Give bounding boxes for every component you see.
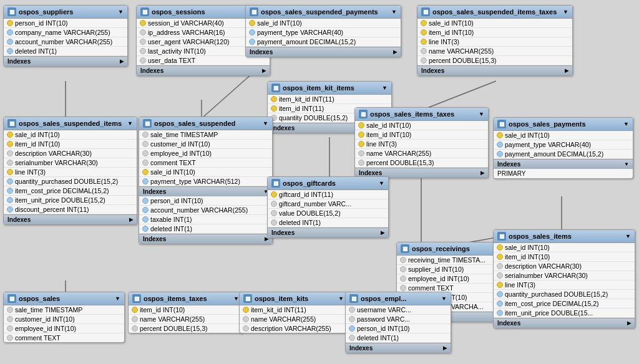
table-header-item-kits[interactable]: ▦ ospos_item_kits ▼	[240, 292, 348, 305]
indexes-bar[interactable]: Indexes▶	[494, 318, 635, 328]
table-ospos-sales-suspended-items-taxes: ▦ ospos_sales_suspended_items_taxes ▼ sa…	[417, 5, 573, 76]
table-header-suspended-payments[interactable]: ▦ ospos_sales_suspended_payments ▼	[246, 6, 401, 19]
table-header-item-kit-items[interactable]: ▦ ospos_item_kit_items ▼	[268, 82, 391, 95]
field-row: comment TEXT	[139, 158, 272, 168]
field-icon	[132, 325, 138, 332]
fk-icon	[142, 178, 149, 184]
indexes-bar[interactable]: Indexes▶	[417, 65, 572, 75]
table-title: ospos_sales_suspended_items	[19, 120, 122, 127]
field-row: percent DOUBLE(15,3)	[355, 158, 488, 168]
table-header-sales-payments[interactable]: ▦ ospos_sales_payments ▼	[494, 118, 633, 131]
table-icon: ▦	[7, 294, 16, 303]
field-row: employee_id INT(10)	[4, 324, 124, 333]
pk-icon	[358, 132, 364, 138]
indexes-arrow: ▶	[129, 217, 133, 223]
table-icon: ▦	[7, 7, 16, 16]
pk-icon	[7, 132, 13, 138]
indexes-bar[interactable]: Indexes▶	[346, 343, 451, 353]
expand-icon[interactable]: ▼	[382, 85, 388, 91]
field-row: customer_id INT(10)	[139, 140, 272, 149]
table-icon: ▦	[140, 7, 149, 16]
indexes-bar[interactable]: Indexes▶	[137, 65, 270, 75]
expand-icon[interactable]: ▼	[479, 111, 484, 117]
indexes-bar[interactable]: Indexes▶	[246, 47, 401, 57]
field-row: sale_id INT(10)	[494, 131, 633, 140]
field-row: quantity_purchased DOUBLE(15,2)	[494, 290, 635, 299]
indexes-bar-bottom[interactable]: Indexes▶	[139, 234, 272, 244]
field-row: comment TEXT	[4, 333, 124, 342]
pk-icon	[421, 29, 427, 36]
field-row: line INT(3)	[494, 280, 635, 290]
table-header-suspended-items[interactable]: ▦ ospos_sales_suspended_items ▼	[4, 117, 137, 130]
expand-icon[interactable]: ▼	[441, 295, 447, 302]
indexes-bar[interactable]: Indexes▶	[4, 214, 137, 224]
pk-icon	[271, 105, 277, 112]
field-row: item_cost_price DECIMAL(15,2)	[494, 299, 635, 309]
indexes-bar[interactable]: Indexes▶	[268, 228, 388, 237]
pk-icon	[249, 20, 255, 26]
svg-line-3	[424, 81, 496, 109]
indexes-bar[interactable]: Indexes▶	[4, 56, 127, 66]
field-icon	[271, 219, 277, 226]
field-row: sale_time TIMESTAMP	[139, 130, 272, 140]
database-canvas: ▦ ospos_suppliers ▼ person_id INT(10) co…	[0, 0, 639, 364]
table-icon: ▦	[349, 294, 358, 303]
table-header-employees[interactable]: ▦ ospos_empl... ▼	[346, 292, 451, 305]
field-icon	[7, 307, 13, 313]
fk-icon	[142, 216, 149, 223]
table-icon: ▦	[359, 110, 368, 118]
indexes-bar[interactable]: Indexes▼	[139, 186, 272, 196]
expand-icon[interactable]: ▼	[391, 9, 397, 15]
field-icon	[142, 141, 149, 147]
field-icon	[7, 150, 13, 156]
table-icon: ▦	[497, 232, 506, 241]
expand-icon[interactable]: ▼	[625, 233, 631, 239]
fk-icon	[142, 207, 149, 213]
field-row: sale_id INT(10)	[417, 19, 572, 28]
field-icon	[132, 316, 138, 322]
field-icon	[271, 201, 277, 207]
expand-icon[interactable]: ▼	[127, 120, 133, 127]
field-icon	[7, 335, 13, 341]
field-row: item_cost_price DECIMAL(15,2)	[4, 186, 137, 196]
expand-icon[interactable]: ▼	[115, 295, 120, 302]
table-header-items-taxes[interactable]: ▦ ospos_items_taxes ▼	[129, 292, 243, 305]
field-row: sale_time TIMESTAMP	[4, 305, 124, 315]
expand-icon[interactable]: ▼	[379, 180, 384, 186]
indexes-arrow: ▶	[120, 59, 124, 64]
field-row: line INT(3)	[4, 168, 137, 177]
field-icon	[400, 266, 406, 272]
fk-icon	[497, 310, 503, 316]
field-row: giftcard_id INT(11)	[268, 190, 388, 199]
field-icon	[497, 272, 503, 279]
field-row: deleted INT(1)	[268, 218, 388, 228]
expand-icon[interactable]: ▼	[118, 9, 124, 15]
pk-icon	[497, 244, 503, 251]
table-header-sales-items[interactable]: ▦ ospos_sales_items ▼	[494, 230, 635, 243]
expand-icon[interactable]: ▼	[623, 121, 629, 127]
field-row: customer_id INT(10)	[4, 315, 124, 324]
fk-icon	[7, 197, 13, 203]
indexes-bar[interactable]: Indexes▼	[494, 159, 633, 169]
expand-icon[interactable]: ▼	[563, 9, 568, 15]
expand-icon[interactable]: ▼	[233, 295, 239, 302]
field-row: account_number VARCHAR(255)	[4, 37, 127, 47]
table-icon: ▦	[250, 7, 258, 16]
table-header-sales[interactable]: ▦ ospos_sales ▼	[4, 292, 124, 305]
expand-icon[interactable]: ▼	[338, 295, 344, 302]
field-icon	[243, 325, 249, 332]
field-icon	[243, 316, 249, 322]
table-header-suppliers[interactable]: ▦ ospos_suppliers ▼	[4, 6, 127, 19]
expand-icon[interactable]: ▼	[263, 120, 268, 127]
field-row: payment_amount DECIMAL(15,2)	[494, 150, 633, 159]
table-title: ospos_sales_items_taxes	[370, 110, 454, 118]
fk-icon	[7, 206, 13, 213]
table-header-sales-suspended[interactable]: ▦ ospos_sales_suspended ▼	[139, 117, 272, 130]
table-header-giftcards[interactable]: ▦ ospos_giftcards ▼	[268, 177, 388, 190]
table-header-sales-items-taxes[interactable]: ▦ ospos_sales_items_taxes ▼	[355, 108, 488, 121]
table-header-suspended-items-taxes[interactable]: ▦ ospos_sales_suspended_items_taxes ▼	[417, 6, 572, 19]
pk-icon	[358, 141, 364, 147]
indexes-detail: PRIMARY	[494, 169, 633, 178]
field-row: description VARCHAR(30)	[494, 262, 635, 271]
field-row: value DOUBLE(15,2)	[268, 209, 388, 218]
